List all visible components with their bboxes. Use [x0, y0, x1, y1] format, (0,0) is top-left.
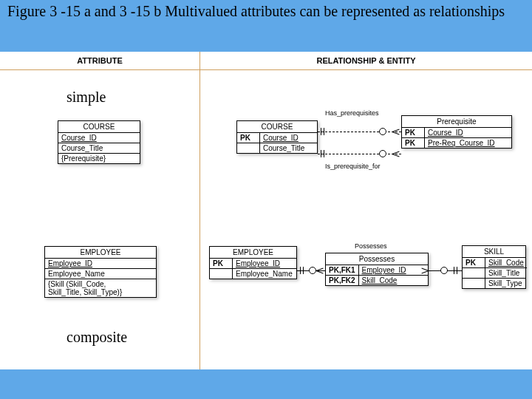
header-attribute: ATTRIBUTE	[0, 52, 200, 69]
diagram-area: ATTRIBUTE RELATIONSHIP & ENTITY simple c…	[0, 52, 532, 369]
connector-tick	[321, 150, 321, 157]
entity-possesses: PossessesPK,FK1Employee_IDPK,FK2Skill_Co…	[325, 253, 429, 286]
entity-name: Possesses	[326, 253, 428, 265]
connector-tick	[457, 267, 457, 274]
label-composite: composite	[66, 329, 127, 346]
figure-title: Figure 3 -15 a and 3 -15 b Multivalued a…	[7, 3, 525, 20]
attr-row: Pre-Req_Course_ID	[425, 138, 511, 148]
key-col: PK,FK1	[326, 265, 359, 276]
key-col: PK,FK2	[326, 276, 359, 285]
connector-ring	[379, 150, 386, 157]
vertical-divider	[200, 52, 200, 369]
attr-row: Skill_Title	[485, 268, 525, 279]
attr-row: Employee_ID	[359, 265, 428, 276]
label-has-prereq: Has_prerequisites	[325, 109, 379, 117]
connector-tick	[300, 267, 301, 274]
connector-tick	[454, 267, 454, 274]
connector-tick	[324, 128, 324, 135]
attr-row: Course_ID	[425, 128, 511, 138]
entity-employee-attr: EMPLOYEEEmployee_IDEmployee_Name{Skill (…	[44, 246, 157, 298]
connector-line	[318, 132, 401, 132]
key-col: PK	[402, 138, 425, 148]
label-possesses: Possesses	[355, 242, 387, 250]
entity-skill: SKILLPKSkill_Code Skill_Title Skill_Type	[462, 245, 526, 289]
attr-row: Course_Title	[260, 143, 317, 153]
connector-tick	[303, 267, 304, 274]
entity-name: COURSE	[237, 121, 317, 133]
connector-line	[318, 154, 401, 154]
header-relationship: RELATIONSHIP & ENTITY	[200, 52, 532, 69]
attr-row: Employee_ID	[233, 259, 296, 269]
key-col: PK	[210, 259, 233, 269]
connector-ring	[379, 128, 386, 135]
connector-tick	[321, 128, 321, 135]
connector-ring	[309, 267, 316, 274]
key-col: PK	[463, 258, 485, 268]
entity-name: SKILL	[463, 246, 525, 258]
attr-row: Skill_Code	[359, 276, 428, 285]
entity-prerequisite: PrerequisitePKCourse_IDPKPre-Req_Course_…	[401, 115, 512, 149]
entity-name: EMPLOYEE	[210, 247, 296, 259]
key-col	[210, 269, 233, 279]
attr-row: Skill_Type	[485, 279, 525, 288]
attr-row: Employee_ID	[45, 259, 156, 269]
attr-row: {Skill (Skill_Code,Skill_Title, Skill_Ty…	[45, 279, 156, 297]
key-col	[237, 143, 260, 153]
attr-row: {Prerequisite}	[58, 154, 140, 163]
attr-row: Course_Title	[58, 143, 140, 154]
entity-name: COURSE	[58, 121, 140, 133]
connector-tick	[324, 150, 324, 157]
entity-name: Prerequisite	[402, 116, 511, 128]
connector-ring	[440, 267, 448, 274]
title-bar: Figure 3 -15 a and 3 -15 b Multivalued a…	[0, 0, 532, 27]
attr-row: Skill_Code	[485, 258, 527, 268]
key-col	[463, 279, 485, 288]
attr-row: Employee_Name	[233, 269, 296, 279]
attr-row: Course_ID	[260, 133, 317, 143]
key-col: PK	[402, 128, 425, 138]
attr-row: Course_ID	[58, 133, 140, 143]
attr-row: Employee_Name	[45, 269, 156, 279]
label-simple: simple	[66, 89, 106, 106]
entity-course-rel: COURSEPKCourse_ID Course_Title	[236, 120, 318, 154]
label-is-prereq: Is_prerequisite_for	[325, 163, 381, 170]
key-col: PK	[237, 133, 260, 143]
entity-employee-rel: EMPLOYEEPKEmployee_ID Employee_Name	[209, 246, 297, 279]
column-headers: ATTRIBUTE RELATIONSHIP & ENTITY	[0, 52, 532, 70]
key-col	[463, 268, 485, 279]
entity-course-attr: COURSECourse_IDCourse_Title{Prerequisite…	[58, 120, 140, 164]
entity-name: EMPLOYEE	[45, 247, 156, 259]
